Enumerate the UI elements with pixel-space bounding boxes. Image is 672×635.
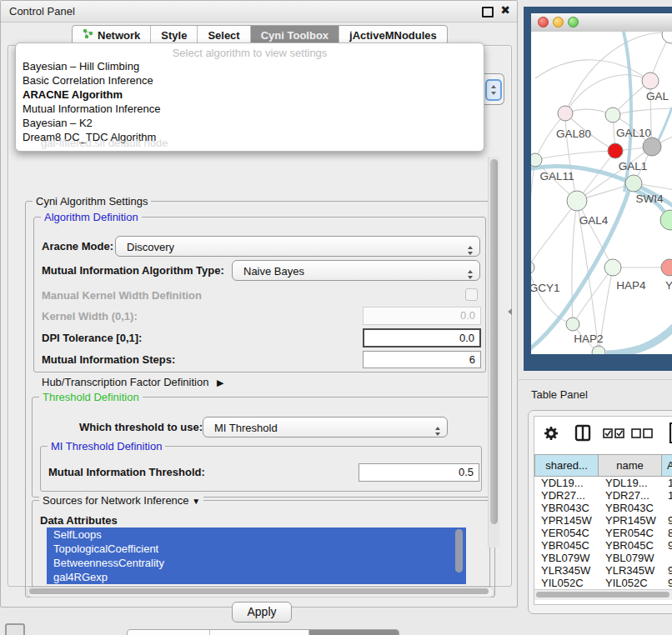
network-canvas[interactable]: GALGAL80GAL10GAL1GAL11SWI4GAL4GCY1HAP4YH…: [531, 32, 672, 354]
table-row[interactable]: YIL052CYIL052C9: [534, 577, 672, 589]
network-node-node-gray[interactable]: [643, 138, 661, 156]
network-node-node-bottom[interactable]: [592, 346, 605, 354]
network-edge: [573, 268, 613, 324]
stepper-button-focused[interactable]: [485, 79, 502, 101]
table-row[interactable]: YBR043CYBR043C: [534, 502, 672, 514]
collapsed-panel-button[interactable]: [5, 623, 25, 635]
network-edge: [565, 75, 650, 113]
table-row[interactable]: YBL079WYBL079W: [534, 552, 672, 564]
network-node-node-salmon[interactable]: [661, 259, 672, 276]
hub-definition-toggle[interactable]: Hub/Transcription Factor Definition ▶: [42, 376, 223, 388]
settings-vertical-scrollbar[interactable]: [488, 157, 499, 548]
network-node-GAL4[interactable]: [567, 191, 587, 211]
close-traffic-light[interactable]: [538, 17, 549, 28]
horizontal-scrollbar[interactable]: [27, 587, 494, 598]
tab-network[interactable]: Network: [73, 26, 150, 44]
cyni-algorithm-settings-title: Cyni Algorithm Settings: [33, 195, 151, 208]
panel-divider-handle[interactable]: [508, 308, 512, 315]
network-node-GAL10[interactable]: [605, 108, 620, 122]
sources-title[interactable]: Sources for Network Inference ▼: [39, 494, 203, 507]
table-cell: 13: [668, 477, 672, 489]
control-panel-titlebar: Control Panel ✖: [1, 1, 517, 22]
algorithm-combobox-fragment[interactable]: [481, 73, 504, 105]
network-node-GAL1[interactable]: [608, 143, 623, 158]
table-cell: 12: [668, 489, 672, 502]
mi-threshold-label: Mutual Information Threshold:: [48, 466, 205, 478]
network-edge: [535, 60, 650, 81]
ghost-combobox-text: gal-filtered.sif default node: [41, 137, 168, 149]
attribute-item-betweennesscentrality[interactable]: BetweennessCentrality: [47, 556, 466, 570]
node-label-HAP4: HAP4: [616, 279, 646, 292]
zoom-traffic-light[interactable]: [568, 17, 579, 28]
algorithm-definition-title: Algorithm Definition: [41, 211, 142, 223]
table-row[interactable]: YDL19...YDL19...13: [534, 477, 672, 489]
network-node-HAP4[interactable]: [604, 259, 621, 276]
dropdown-item-bayesian-k2[interactable]: Bayesian – K2: [23, 117, 93, 129]
network-node-node-top-partial[interactable]: [662, 32, 672, 43]
checked-boxes-icon[interactable]: [603, 428, 625, 441]
tab-impute-data[interactable]: Impute Data: [128, 630, 209, 635]
gear-icon[interactable]: [543, 425, 559, 444]
table-row[interactable]: YBR045CYBR045C9.: [534, 539, 672, 552]
control-panel-window: Control Panel ✖ NetworkStyleSelectCyni T…: [0, 0, 518, 608]
kernel-width-input[interactable]: 0.0: [363, 307, 481, 325]
table-row[interactable]: YDR27...YDR27...12: [534, 489, 672, 502]
dropdown-item-mutual-information-inference[interactable]: Mutual Information Inference: [23, 102, 160, 115]
aracne-mode-label: Aracne Mode:: [42, 240, 113, 252]
apply-button[interactable]: Apply: [232, 602, 292, 622]
network-node-GCY1[interactable]: [531, 261, 534, 274]
table-cell: YER054C: [605, 527, 654, 539]
document-icon[interactable]: [668, 422, 672, 447]
mi-steps-input[interactable]: 6: [363, 351, 481, 368]
minimize-traffic-light[interactable]: [553, 17, 564, 28]
network-edge-highlighted: [656, 108, 672, 145]
table-row[interactable]: YLR345WYLR345W9.: [534, 564, 672, 577]
table-cell: YPR145W: [541, 514, 592, 527]
node-label-GAL1: GAL1: [619, 160, 648, 172]
attribute-item-selfloops[interactable]: SelfLoops: [47, 528, 466, 542]
attribute-item-gal4rgexp[interactable]: gal4RGexp: [47, 570, 466, 584]
tab-cyni-toolbox[interactable]: Cyni Toolbox: [250, 26, 339, 44]
tab-discretize-data[interactable]: Discretize Data: [209, 630, 308, 635]
network-node-node-swi4[interactable]: [625, 175, 642, 192]
table-row[interactable]: YPR145WYPR145W9.: [534, 514, 672, 527]
table-body: YDL19...YDL19...13YDR27...YDR27...12YBR0…: [534, 477, 672, 589]
column-header-name[interactable]: name: [599, 454, 662, 477]
tab-select[interactable]: Select: [197, 26, 249, 44]
table-row[interactable]: YER054CYER054C8.: [534, 527, 672, 539]
manual-kernel-width-label: Manual Kernel Width Definition: [42, 289, 202, 302]
network-node-GAL80[interactable]: [558, 106, 573, 121]
data-attributes-list[interactable]: SelfLoopsTopologicalCoefficientBetweenne…: [47, 528, 466, 584]
network-node-GAL11[interactable]: [531, 153, 542, 167]
network-node-HAP2[interactable]: [566, 318, 579, 331]
table-horizontal-scrollbar[interactable]: [534, 589, 672, 600]
node-label-GAL11: GAL11: [539, 170, 574, 182]
table-panel-inner: shared...nameA YDL19...YDL19...13YDR27..…: [534, 416, 672, 605]
dropdown-item-basic-correlation-inference[interactable]: Basic Correlation Inference: [23, 74, 153, 87]
tab-jactivemnodules[interactable]: jActiveMNodules: [339, 26, 447, 44]
network-node-node-pink-top[interactable]: [642, 72, 659, 89]
attributes-scrollbar[interactable]: [455, 529, 463, 572]
tab-infer-network[interactable]: Infer Network: [308, 630, 399, 635]
split-columns-icon[interactable]: [574, 424, 591, 444]
dropdown-item-bayesian-hill-climbing[interactable]: Bayesian – Hill Climbing: [23, 60, 139, 72]
attribute-item-topologicalcoefficient[interactable]: TopologicalCoefficient: [47, 542, 466, 556]
column-header-shared-[interactable]: shared...: [534, 454, 599, 477]
unchecked-boxes-icon[interactable]: [631, 428, 654, 441]
mi-algorithm-type-select[interactable]: Naive Bayes: [232, 260, 480, 281]
tab-style[interactable]: Style: [150, 26, 197, 44]
float-window-icon[interactable]: [482, 7, 494, 18]
which-threshold-select[interactable]: MI Threshold: [203, 417, 448, 438]
manual-kernel-width-checkbox[interactable]: [465, 288, 478, 301]
table-cell: YER054C: [541, 527, 589, 539]
dpi-tolerance-input[interactable]: 0.0: [363, 328, 481, 348]
node-label-GAL4: GAL4: [579, 214, 609, 227]
dropdown-item-aracne-algorithm[interactable]: ARACNE Algorithm: [23, 88, 123, 101]
column-header-a[interactable]: A: [662, 454, 672, 477]
bottom-tab-bar: Impute DataDiscretize DataInfer Network: [127, 629, 399, 635]
close-icon[interactable]: ✖: [500, 3, 510, 17]
aracne-mode-select[interactable]: Discovery: [115, 236, 480, 257]
mi-threshold-input[interactable]: 0.5: [359, 463, 479, 482]
network-node-node-green-right[interactable]: [660, 210, 672, 230]
table-cell: YBR043C: [541, 502, 589, 514]
